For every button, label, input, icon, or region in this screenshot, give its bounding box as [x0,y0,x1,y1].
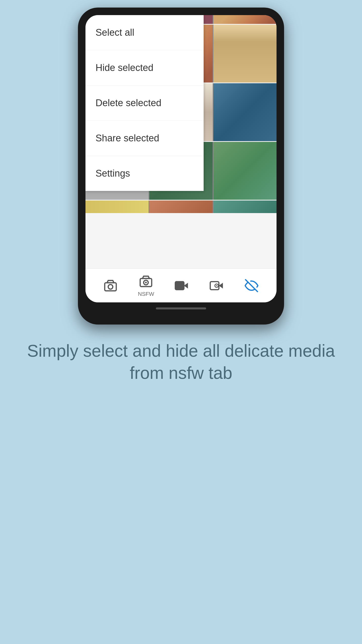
svg-point-10 [216,285,217,286]
tab-video-nsfw[interactable] [209,278,224,293]
video-icon [174,278,189,293]
svg-point-4 [145,281,147,283]
tab-photos[interactable] [103,278,118,293]
svg-point-1 [108,284,113,289]
photo-thumb [213,83,277,141]
bottom-description: Simply select and hide all delicate medi… [0,340,362,384]
photo-thumb [213,200,277,213]
phone-screen: Select all Hide selected Delete selected… [85,15,277,302]
description-text: Simply select and hide all delicate medi… [25,340,337,384]
menu-item-settings[interactable]: Settings [85,156,204,191]
svg-marker-5 [184,283,188,289]
menu-item-hide-selected[interactable]: Hide selected [85,50,204,86]
tab-bar: NSFW [85,268,277,302]
menu-item-select-all[interactable]: Select all [85,15,204,50]
video-nsfw-icon [209,278,224,293]
empty-space [85,213,277,268]
svg-rect-6 [175,281,184,290]
photo-thumb [213,142,277,200]
phone-wrapper: Select all Hide selected Delete selected… [78,8,284,325]
camera-icon [103,278,118,293]
menu-item-share-selected[interactable]: Share selected [85,121,204,156]
menu-item-delete-selected[interactable]: Delete selected [85,86,204,121]
tab-hidden[interactable] [244,278,259,293]
hidden-eye-icon [244,278,259,293]
photo-grid-row5 [85,200,277,213]
photo-thumb [85,200,149,213]
tab-nsfw[interactable]: NSFW [138,274,154,297]
phone-home-bar [156,307,206,309]
photo-thumb [213,25,277,83]
phone-frame: Select all Hide selected Delete selected… [78,8,284,325]
photo-thumb [213,15,277,24]
svg-marker-7 [219,283,223,289]
content-area: Select all Hide selected Delete selected… [85,15,277,302]
tab-video[interactable] [174,278,189,293]
dropdown-menu: Select all Hide selected Delete selected… [85,15,204,191]
photo-thumb [149,200,212,213]
nsfw-camera-icon [139,274,154,289]
nsfw-tab-label: NSFW [138,291,154,297]
